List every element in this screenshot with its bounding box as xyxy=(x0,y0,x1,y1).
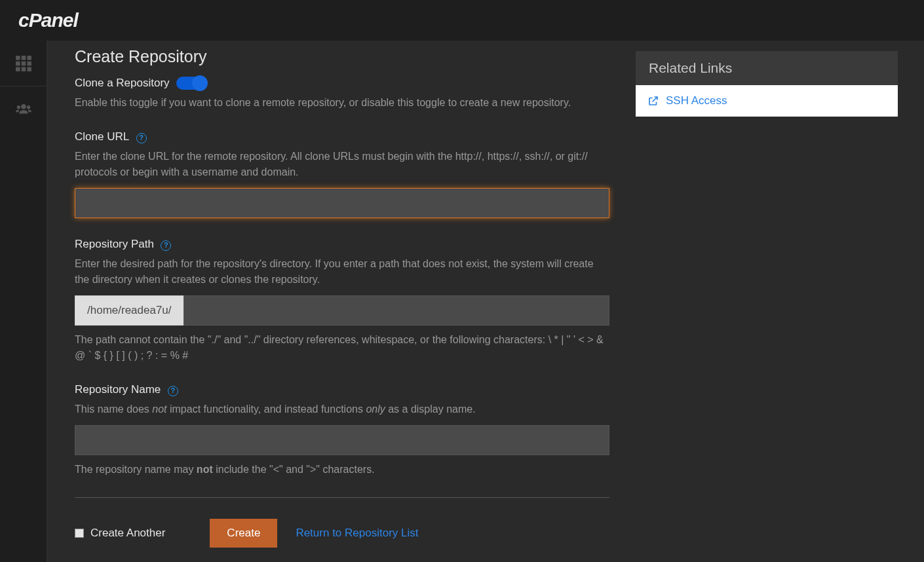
svg-rect-5 xyxy=(27,61,31,66)
repo-path-input[interactable] xyxy=(183,295,609,326)
repo-path-description: Enter the desired path for the repositor… xyxy=(75,256,609,288)
action-row: Create Another Create Return to Reposito… xyxy=(75,519,609,548)
svg-rect-8 xyxy=(27,67,31,71)
main-layout: Create Repository Clone a Repository Ena… xyxy=(0,41,924,562)
page-title: Create Repository xyxy=(75,47,609,66)
ssh-access-link[interactable]: SSH Access xyxy=(636,85,898,117)
ssh-access-label: SSH Access xyxy=(666,94,727,107)
create-button[interactable]: Create xyxy=(210,519,277,548)
clone-url-description: Enter the clone URL for the remote repos… xyxy=(75,149,609,180)
svg-point-9 xyxy=(21,104,26,109)
repo-path-prefix: /home/readea7u/ xyxy=(75,295,183,326)
left-rail xyxy=(0,41,47,562)
return-link[interactable]: Return to Repository List xyxy=(296,527,418,540)
svg-rect-4 xyxy=(21,61,26,66)
svg-rect-2 xyxy=(27,56,31,60)
help-icon[interactable]: ? xyxy=(168,386,178,396)
clone-url-section: Clone URL ? Enter the clone URL for the … xyxy=(75,130,609,218)
svg-rect-6 xyxy=(16,67,20,71)
svg-rect-1 xyxy=(21,56,26,60)
help-icon[interactable]: ? xyxy=(136,133,147,143)
repo-path-hint: The path cannot contain the "./" and "..… xyxy=(75,332,609,364)
create-another-label: Create Another xyxy=(90,527,165,540)
repo-path-label: Repository Path xyxy=(75,238,154,250)
divider xyxy=(75,497,609,498)
clone-toggle-section: Clone a Repository Enable this toggle if… xyxy=(75,77,609,111)
svg-rect-7 xyxy=(21,67,26,71)
repo-name-input[interactable] xyxy=(75,425,609,455)
cpanel-logo: cPanel xyxy=(18,9,78,31)
clone-url-label: Clone URL xyxy=(75,130,129,143)
help-icon[interactable]: ? xyxy=(161,240,171,251)
clone-toggle-description: Enable this toggle if you want to clone … xyxy=(75,95,609,111)
repo-name-hint: The repository name may not include the … xyxy=(75,462,609,478)
external-link-icon xyxy=(647,95,659,107)
clone-toggle[interactable] xyxy=(176,77,206,90)
app-header: cPanel xyxy=(0,0,924,41)
repo-name-label: Repository Name xyxy=(75,383,161,396)
svg-point-11 xyxy=(26,105,29,109)
apps-grid-icon[interactable] xyxy=(0,41,47,86)
svg-rect-3 xyxy=(16,61,20,66)
clone-url-input[interactable] xyxy=(75,188,609,218)
repo-name-section: Repository Name ? This name does not imp… xyxy=(75,383,609,478)
users-icon[interactable] xyxy=(0,86,47,132)
svg-rect-0 xyxy=(16,56,20,60)
repo-path-section: Repository Path ? Enter the desired path… xyxy=(75,238,609,364)
repo-name-description: This name does not impact functionality,… xyxy=(75,402,609,417)
svg-point-10 xyxy=(16,105,20,109)
related-links-panel: Related Links SSH Access xyxy=(636,47,898,548)
related-links-title: Related Links xyxy=(636,51,898,85)
toggle-knob xyxy=(192,75,208,91)
clone-toggle-label: Clone a Repository xyxy=(75,77,170,90)
create-another-checkbox[interactable] xyxy=(75,529,84,538)
content-area: Create Repository Clone a Repository Ena… xyxy=(47,41,924,562)
